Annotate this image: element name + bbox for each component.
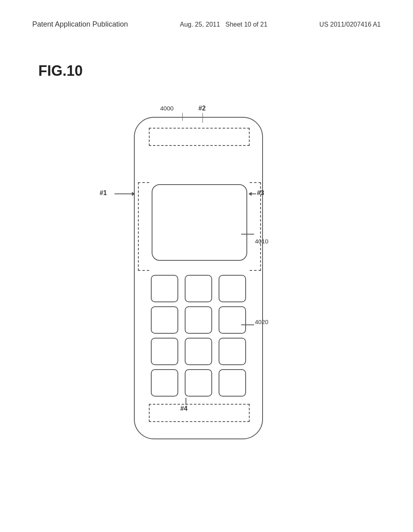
label-keypad-number: 4020 — [255, 318, 268, 325]
arrow-hash1 — [115, 193, 135, 194]
label-screen-number: 4010 — [255, 238, 268, 245]
bottom-antenna-region — [149, 404, 250, 422]
key-hash[interactable] — [219, 369, 246, 397]
arrow-hash3 — [249, 193, 256, 194]
figure-label: FIG.10 — [38, 62, 83, 79]
key-star[interactable] — [151, 369, 178, 397]
key-6[interactable] — [219, 306, 246, 334]
key-7[interactable] — [151, 338, 178, 365]
screen-area — [152, 184, 247, 261]
top-antenna-region — [149, 128, 250, 146]
publication-date-sheet: Aug. 25, 2011 Sheet 10 of 21 — [180, 21, 267, 28]
line-4020 — [241, 324, 254, 325]
key-1[interactable] — [151, 275, 178, 302]
key-5[interactable] — [185, 306, 212, 334]
label-device-number: 4000 — [160, 105, 173, 112]
publication-title: Patent Application Publication — [32, 20, 128, 29]
label-hash1: #1 — [100, 189, 107, 197]
key-8[interactable] — [185, 338, 212, 365]
label-hash3: #3 — [257, 189, 264, 197]
key-9[interactable] — [219, 338, 246, 365]
key-2[interactable] — [185, 275, 212, 302]
page-header: Patent Application Publication Aug. 25, … — [32, 20, 381, 29]
patent-number: US 2011/0207416 A1 — [319, 21, 381, 28]
arrow-hash4 — [186, 398, 186, 405]
key-4[interactable] — [151, 306, 178, 334]
phone-body — [134, 117, 263, 439]
diagram-container: 4000 #2 #1 #3 4010 4020 #4 — [122, 93, 291, 476]
arrow-4000 — [182, 113, 183, 121]
label-hash2: #2 — [198, 105, 206, 112]
line-4010 — [241, 234, 254, 235]
arrow-hash2 — [202, 113, 203, 123]
keypad-grid — [151, 275, 248, 397]
key-0[interactable] — [185, 369, 212, 397]
key-3[interactable] — [219, 275, 246, 302]
left-side-region — [138, 182, 149, 271]
label-hash4: #4 — [180, 405, 188, 412]
